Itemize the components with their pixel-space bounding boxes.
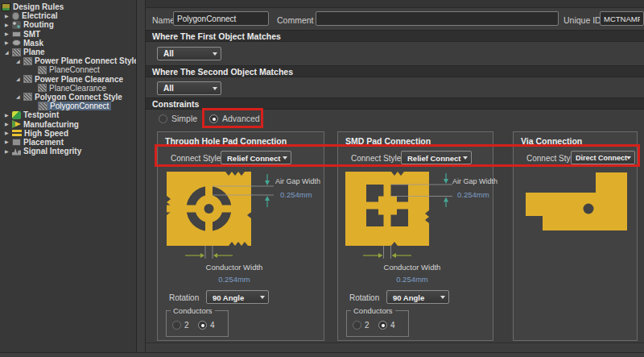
conductor-width-label: Conductor Width [356,263,469,272]
via-direct-connect-preview [518,170,635,239]
chevron-right-icon[interactable] [5,21,12,29]
design-rules-tree: Design Rules Electrical Routing SMT Mask… [0,0,137,352]
conductors-4-label[interactable]: 4 [210,321,215,330]
advanced-mode-radio[interactable] [209,114,218,123]
chevron-expanded-icon[interactable] [16,57,23,65]
conductor-width-value: 0.254mm [178,275,291,284]
rule-type-icon [23,93,32,101]
first-match-dropdown[interactable]: All [157,47,221,60]
tree-item-high-speed[interactable]: High Speed [0,129,136,138]
conductor-width-label: Conductor Width [178,263,291,272]
rule-icon [38,84,47,92]
chevron-down-icon [260,296,265,301]
comment-input[interactable] [316,11,559,26]
tree-splitter[interactable] [137,0,146,352]
conductors-group: Conductors 2 4 [166,310,229,337]
chevron-right-icon[interactable] [5,39,12,47]
conductors-2-label[interactable]: 2 [365,321,369,330]
comment-label: Comment [277,15,314,25]
conductors-2-radio[interactable] [353,321,361,330]
electrical-icon [12,12,19,20]
tree-item-planeclearance[interactable]: PlaneClearance [0,84,136,93]
plane-icon [12,48,21,56]
tree-item-electrical[interactable]: Electrical [0,11,136,20]
tree-item-design-rules[interactable]: Design Rules [0,2,136,11]
connect-style-label: Connect Style [351,154,401,163]
chevron-expanded-icon[interactable] [16,75,23,83]
chevron-right-icon[interactable] [5,12,12,20]
simple-mode-radio[interactable] [159,114,167,123]
rotation-label: Rotation [169,293,199,302]
manufacturing-icon [12,120,21,128]
chevron-expanded-icon[interactable] [5,48,12,56]
tree-item-mask[interactable]: Mask [0,39,136,48]
chevron-down-icon [283,156,287,162]
through-hole-connect-style-dropdown[interactable]: Relief Connect [221,151,291,164]
smd-connect-style-dropdown[interactable]: Relief Connect [401,151,472,164]
smd-pad-connection-panel: SMD Pad Connection Connect Style Relief … [337,131,493,341]
air-gap-width-label: Air Gap Width [275,177,320,185]
tree-item-manufacturing[interactable]: Manufacturing [0,119,136,128]
tree-item-routing[interactable]: Routing [0,20,136,29]
tree-item-power-plane-connect-style[interactable]: Power Plane Connect Style [0,56,136,65]
through-hole-pad-connection-panel: Through Hole Pad Connection Connect Styl… [157,131,324,341]
tree-item-polygonconnect-selected[interactable]: PolygonConnect [0,102,136,110]
chevron-right-icon[interactable] [5,138,12,146]
via-connect-style-dropdown[interactable]: Direct Connect [571,151,635,164]
chevron-expanded-icon[interactable] [16,93,23,101]
connect-style-label: Connect Style [171,154,221,163]
testpoint-icon [12,111,21,119]
conductors-2-label[interactable]: 2 [184,321,189,330]
conductors-4-label[interactable]: 4 [390,321,395,330]
name-input[interactable] [173,11,269,26]
conductors-2-radio[interactable] [172,321,181,330]
tree-item-polygon-connect-style[interactable]: Polygon Connect Style [0,93,136,102]
through-hole-rotation-dropdown[interactable]: 90 Angle [206,290,269,304]
chevron-right-icon[interactable] [5,111,12,119]
chevron-down-icon [440,296,445,301]
air-gap-width-label: Air Gap Width [452,177,497,185]
tree-item-signal-integrity[interactable]: Signal Integrity [0,147,136,156]
tree-item-plane[interactable]: Plane [0,48,136,56]
unique-id-label: Unique ID [564,15,601,25]
panel-title: Through Hole Pad Connection [165,136,287,146]
tree-item-smt[interactable]: SMT [0,30,136,39]
bottom-divider-line [146,342,644,343]
tree-item-planeconnect[interactable]: PlaneConnect [0,65,136,74]
via-connection-panel: Via Connection Connect Style Direct Conn… [513,131,638,341]
chevron-down-icon [463,156,468,162]
rule-type-icon [23,57,32,65]
chevron-right-icon[interactable] [5,147,12,156]
smt-icon [12,31,21,37]
conductors-group: Conductors 2 4 [346,310,409,337]
tree-item-testpoint[interactable]: Testpoint [0,110,136,119]
panel-title: Via Connection [521,136,582,146]
unique-id-input[interactable] [600,11,644,26]
placement-icon [12,139,21,146]
tree-item-power-plane-clearance[interactable]: Power Plane Clearance [0,75,136,84]
advanced-mode-label[interactable]: Advanced [222,114,260,123]
conductors-4-radio[interactable] [378,321,387,330]
chevron-right-icon[interactable] [5,30,12,38]
conductors-4-radio[interactable] [198,321,207,330]
connect-style-label: Connect Style [526,154,576,163]
rule-type-icon [23,75,32,83]
mask-icon [12,39,21,46]
second-match-section-header: Where The Second Object Matches [146,65,644,77]
pad-hole [204,204,214,214]
simple-mode-label[interactable]: Simple [171,114,197,123]
tree-item-placement[interactable]: Placement [0,138,136,147]
first-match-section-header: Where The First Object Matches [146,30,644,42]
second-match-dropdown[interactable]: All [157,81,221,95]
conductors-label: Conductors [171,306,215,315]
smd-rotation-dropdown[interactable]: 90 Angle [386,290,449,304]
polygon-connect-rule-dialog: Design Rules Electrical Routing SMT Mask… [0,0,644,357]
chevron-down-icon [213,87,217,93]
top-border-strip [146,0,644,8]
rule-icon [38,66,47,74]
chevron-right-icon[interactable] [5,120,12,128]
chevron-right-icon[interactable] [5,129,12,137]
design-rules-folder-icon [2,3,10,11]
rotation-label: Rotation [349,293,379,302]
chevron-down-icon [213,52,217,58]
